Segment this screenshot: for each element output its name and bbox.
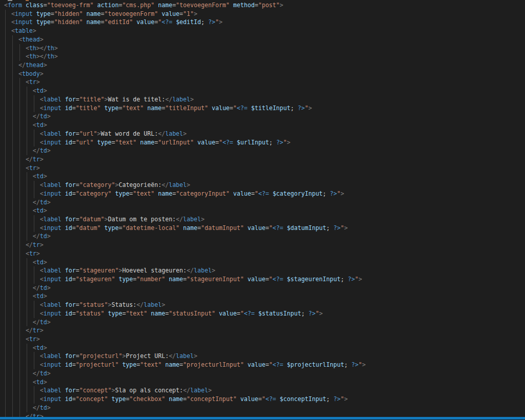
code-line-text: <label for="category">Categorieën:</labe…: [4, 181, 190, 188]
code-line[interactable]: <thead>: [0, 35, 525, 44]
code-line-text: <label for="projecturl">Project URL:</la…: [4, 352, 197, 360]
code-line-text: <td>: [4, 173, 47, 180]
code-line-text: <tr>: [4, 78, 40, 86]
code-line-text: <input id="title" type="text" name="titl…: [4, 104, 312, 112]
code-line[interactable]: <td>: [0, 206, 525, 215]
code-line-text: </tr>: [4, 327, 44, 334]
code-line[interactable]: </tr>: [0, 241, 525, 249]
code-line[interactable]: </td>: [0, 146, 525, 155]
code-line-text: <input id="url" type="text" name="urlInp…: [4, 139, 291, 146]
code-line[interactable]: <input id="concept" type="checkbox" name…: [0, 395, 525, 404]
code-line-text: </td>: [4, 370, 51, 377]
code-line[interactable]: <label for="datum">Datum om te posten:</…: [0, 215, 525, 224]
code-line-text: <input id="projecturl" type="text" name=…: [4, 361, 366, 368]
code-line[interactable]: <label for="stageuren">Hoeveel stageuren…: [0, 266, 525, 275]
code-line-text: <input type="hidden" name="toevoegenForm…: [4, 10, 197, 17]
code-line[interactable]: <td>: [0, 292, 525, 301]
code-line[interactable]: </tr>: [0, 326, 525, 335]
code-line-text: </td>: [4, 147, 51, 154]
code-line-text: <td>: [4, 207, 47, 214]
code-line-text: <input id="stageuren" type="number" name…: [4, 276, 362, 283]
code-line[interactable]: <label for="status">Status:</label>: [0, 301, 525, 309]
code-line[interactable]: <input id="title" type="text" name="titl…: [0, 104, 525, 113]
code-line[interactable]: <input id="datum" type="datetime-local" …: [0, 224, 525, 233]
code-line-text: </td>: [4, 319, 51, 326]
code-line[interactable]: <table>: [0, 27, 525, 35]
code-line[interactable]: <input id="url" type="text" name="urlInp…: [0, 138, 525, 147]
code-line[interactable]: <label for="concept">Sla op als concept:…: [0, 386, 525, 395]
code-line-text: <tr>: [4, 250, 40, 257]
code-line-text: <input type="hidden" name="editId" value…: [4, 18, 223, 26]
code-line-text: </td>: [4, 113, 51, 120]
code-line[interactable]: </td>: [0, 112, 525, 121]
code-line[interactable]: <td>: [0, 378, 525, 387]
code-line-text: </thead>: [4, 61, 47, 69]
code-line-text: <input id="status" type="text" name="sta…: [4, 310, 322, 317]
code-line[interactable]: <th></th>: [0, 52, 525, 61]
code-line-text: <input id="category" type="text" name="c…: [4, 190, 344, 197]
code-line-text: </td>: [4, 199, 51, 206]
code-line[interactable]: </td>: [0, 198, 525, 207]
code-line-text: <input id="concept" type="checkbox" name…: [4, 395, 348, 403]
code-line[interactable]: <label for="category">Categorieën:</labe…: [0, 181, 525, 190]
editor-code-area[interactable]: <form class="toevoeg-frm" action="cms.ph…: [0, 1, 525, 420]
code-line[interactable]: <input id="category" type="text" name="c…: [0, 190, 525, 198]
code-line[interactable]: <input id="status" type="text" name="sta…: [0, 309, 525, 318]
code-line[interactable]: <td>: [0, 172, 525, 181]
code-line-text: <input id="datum" type="datetime-local" …: [4, 224, 348, 232]
code-line[interactable]: <td>: [0, 121, 525, 130]
code-line-text: <table>: [4, 27, 36, 34]
code-line[interactable]: <td>: [0, 87, 525, 95]
code-line-text: <td>: [4, 259, 47, 266]
code-line-text: </td>: [4, 233, 51, 240]
code-line[interactable]: </td>: [0, 232, 525, 241]
code-line[interactable]: <tr>: [0, 78, 525, 87]
code-line[interactable]: <label for="title">Wat is de titel:</lab…: [0, 95, 525, 104]
code-editor-viewport: <form class="toevoeg-frm" action="cms.ph…: [0, 0, 525, 420]
code-line-text: <form class="toevoeg-frm" action="cms.ph…: [4, 2, 284, 9]
code-line-text: <label for="url">Wat word de URL:</label…: [4, 130, 187, 137]
code-line-text: <label for="status">Status:</label>: [4, 301, 165, 308]
code-line[interactable]: </td>: [0, 404, 525, 412]
code-line-text: <tr>: [4, 164, 40, 172]
code-line-text: <th></th>: [4, 45, 58, 52]
code-line[interactable]: <tr>: [0, 249, 525, 258]
code-line[interactable]: <tr>: [0, 335, 525, 344]
code-line[interactable]: <input id="stageuren" type="number" name…: [0, 275, 525, 284]
code-line-text: <td>: [4, 292, 47, 300]
code-line[interactable]: </tr>: [0, 155, 525, 164]
code-line[interactable]: </td>: [0, 318, 525, 327]
code-line[interactable]: </td>: [0, 284, 525, 292]
code-line-text: </td>: [4, 404, 51, 411]
code-line[interactable]: <td>: [0, 344, 525, 352]
code-line[interactable]: <label for="projecturl">Project URL:</la…: [0, 352, 525, 361]
code-line[interactable]: <input type="hidden" name="toevoegenForm…: [0, 10, 525, 18]
code-line[interactable]: <label for="url">Wat word de URL:</label…: [0, 130, 525, 138]
code-line-text: <label for="stageuren">Hoeveel stageuren…: [4, 267, 215, 274]
code-line[interactable]: <input id="projecturl" type="text" name=…: [0, 361, 525, 369]
code-line-text: <label for="datum">Datum om te posten:</…: [4, 216, 205, 223]
code-line[interactable]: <th></th>: [0, 44, 525, 53]
code-line[interactable]: </td>: [0, 369, 525, 378]
code-line-text: <th></th>: [4, 53, 58, 60]
code-line-text: </tr>: [4, 241, 44, 248]
code-line-text: <td>: [4, 87, 47, 94]
code-line[interactable]: <tr>: [0, 164, 525, 173]
code-line[interactable]: </thead>: [0, 61, 525, 70]
code-line[interactable]: <input type="hidden" name="editId" value…: [0, 18, 525, 27]
code-line-text: <tbody>: [4, 70, 44, 77]
code-line-text: </tr>: [4, 156, 44, 163]
code-line[interactable]: <form class="toevoeg-frm" action="cms.ph…: [0, 1, 525, 10]
code-line-text: <tr>: [4, 335, 40, 343]
code-line-text: <thead>: [4, 36, 44, 43]
code-line[interactable]: <td>: [0, 258, 525, 267]
code-line-text: </td>: [4, 284, 51, 291]
code-line[interactable]: <tbody>: [0, 70, 525, 78]
code-line-text: <label for="title">Wat is de titel:</lab…: [4, 96, 194, 103]
code-line-text: <td>: [4, 121, 47, 129]
code-line-text: <td>: [4, 379, 47, 386]
code-line-text: <td>: [4, 344, 47, 351]
code-line-text: <label for="concept">Sla op als concept:…: [4, 387, 212, 394]
